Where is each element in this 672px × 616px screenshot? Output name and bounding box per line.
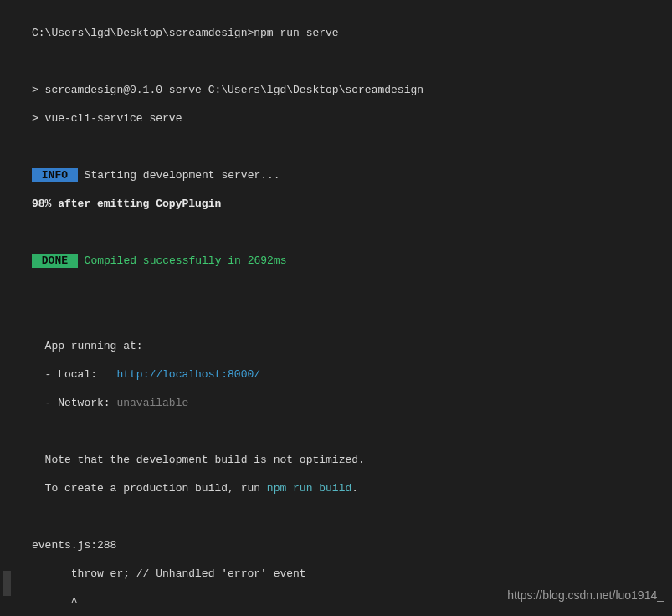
events-file: events.js:288 bbox=[32, 539, 116, 552]
pkg-run: > screamdesign@0.1.0 serve C:\Users\lgd\… bbox=[32, 84, 423, 96]
network-label: - Network: bbox=[32, 397, 116, 409]
caret-line: ^ bbox=[32, 596, 78, 608]
network-value: unavailable bbox=[116, 397, 188, 409]
npm-run-build: npm run build bbox=[267, 482, 351, 495]
local-label: - Local: bbox=[32, 368, 116, 381]
note-line-2a: To create a production build, run bbox=[32, 482, 267, 495]
local-url[interactable]: http://localhost:8000/ bbox=[116, 368, 260, 381]
app-running: App running at: bbox=[32, 340, 143, 352]
watermark: https://blog.csdn.net/luo1914_ bbox=[507, 588, 664, 603]
note-line-2c: . bbox=[351, 482, 358, 495]
info-badge: INFO bbox=[32, 168, 78, 182]
info-text: Starting development server... bbox=[78, 169, 280, 182]
terminal-output[interactable]: C:\Users\lgd\Desktop\screamdesign>npm ru… bbox=[0, 0, 672, 616]
note-line-1: Note that the development build is not o… bbox=[32, 454, 365, 466]
done-text: Compiled successfully in 2692ms bbox=[78, 254, 287, 267]
editor-gutter bbox=[0, 0, 13, 616]
cmd-prompt: C:\Users\lgd\Desktop\screamdesign>npm ru… bbox=[32, 27, 339, 39]
done-badge: DONE bbox=[32, 254, 78, 268]
gutter-marker bbox=[3, 571, 11, 596]
throw-line: throw er; // Unhandled 'error' event bbox=[32, 567, 306, 580]
progress: 98% after emitting CopyPlugin bbox=[32, 198, 221, 210]
service-run: > vue-cli-service serve bbox=[32, 112, 182, 125]
